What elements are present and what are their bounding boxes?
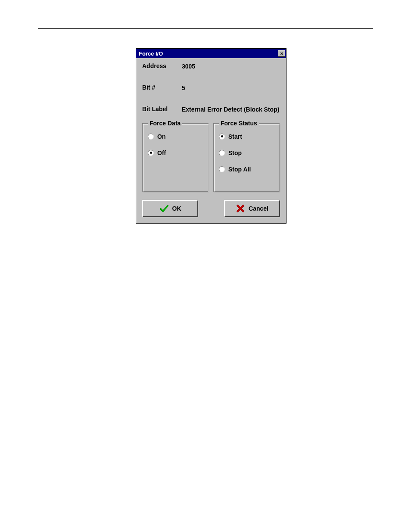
top-divider xyxy=(38,28,373,29)
address-row: Address 3005 xyxy=(142,62,280,70)
cancel-label: Cancel xyxy=(249,205,268,212)
radio-icon xyxy=(219,166,225,172)
radio-start-label: Start xyxy=(228,133,242,140)
radio-stop-all-label: Stop All xyxy=(228,166,251,173)
bit-row: Bit # 5 xyxy=(142,84,280,92)
force-status-legend: Force Status xyxy=(219,120,259,127)
radio-stop-label: Stop xyxy=(228,149,242,156)
group-container: Force Data On Off Force Status Start xyxy=(142,123,280,192)
ok-button[interactable]: OK xyxy=(142,200,198,217)
bitlabel-value: External Error Detect (Block Stop) xyxy=(182,106,280,113)
radio-on[interactable]: On xyxy=(148,133,203,140)
radio-off-label: Off xyxy=(157,149,166,156)
button-row: OK Cancel xyxy=(142,200,280,217)
dialog-content: Address 3005 Bit # 5 Bit Label External … xyxy=(136,58,286,223)
radio-on-label: On xyxy=(157,133,165,140)
radio-icon xyxy=(219,150,225,156)
radio-icon xyxy=(148,134,154,140)
force-status-group: Force Status Start Stop Stop All xyxy=(213,123,280,192)
check-icon xyxy=(159,204,169,213)
radio-start[interactable]: Start xyxy=(219,133,274,140)
bit-value: 5 xyxy=(182,84,280,92)
force-data-group: Force Data On Off xyxy=(142,123,209,192)
bitlabel-row: Bit Label External Error Detect (Block S… xyxy=(142,106,280,113)
radio-icon xyxy=(219,134,225,140)
x-icon xyxy=(236,204,245,213)
force-io-dialog: Force I/O ✕ Address 3005 Bit # 5 Bit Lab… xyxy=(136,48,286,224)
radio-stop[interactable]: Stop xyxy=(219,149,274,156)
ok-label: OK xyxy=(172,205,181,212)
bitlabel-label: Bit Label xyxy=(142,106,182,113)
force-data-legend: Force Data xyxy=(148,120,182,127)
dialog-title: Force I/O xyxy=(139,50,163,57)
radio-off[interactable]: Off xyxy=(148,149,203,156)
titlebar: Force I/O ✕ xyxy=(136,49,286,58)
address-value: 3005 xyxy=(182,62,280,70)
bit-label: Bit # xyxy=(142,84,182,92)
close-icon: ✕ xyxy=(280,51,283,56)
close-button[interactable]: ✕ xyxy=(278,50,285,57)
radio-icon xyxy=(148,150,154,156)
radio-stop-all[interactable]: Stop All xyxy=(219,166,274,173)
address-label: Address xyxy=(142,62,182,70)
cancel-button[interactable]: Cancel xyxy=(224,200,280,217)
